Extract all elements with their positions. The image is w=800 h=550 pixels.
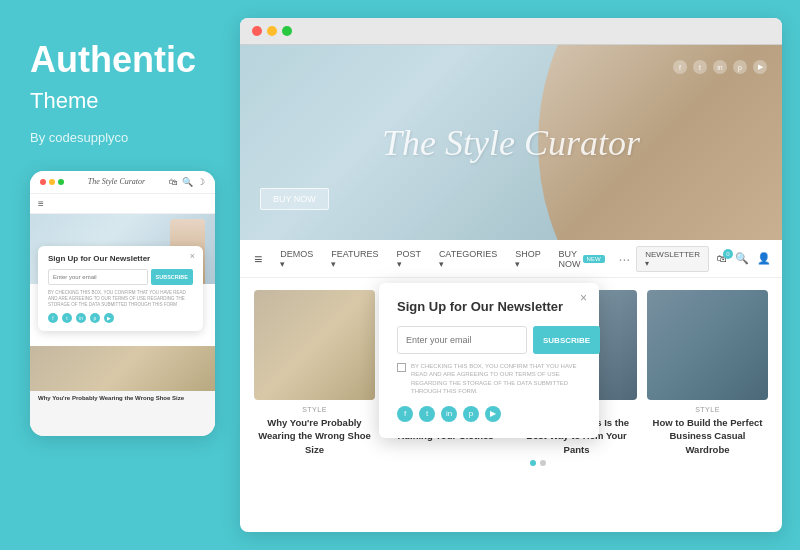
- nav-categories[interactable]: CATEGORIES ▾: [431, 240, 505, 277]
- article-card-4: STYLE How to Build the Perfect Business …: [647, 290, 768, 456]
- nav-post[interactable]: POST ▾: [389, 240, 429, 277]
- mobile-nav: ≡: [30, 194, 215, 214]
- desktop-newsletter-popup: × Sign Up for Our Newsletter SUBSCRIBE B…: [379, 283, 599, 438]
- nav-more-icon[interactable]: ···: [619, 251, 631, 267]
- mobile-popup-close-button[interactable]: ×: [190, 251, 195, 261]
- left-panel: Authentic Theme By codesupplyco The Styl…: [0, 0, 240, 550]
- mobile-subscribe-button[interactable]: SUBSCRIBE: [151, 269, 193, 285]
- hero-instagram-icon[interactable]: in: [713, 60, 727, 74]
- browser-dot-yellow: [267, 26, 277, 36]
- popup-legal-text: BY CHECKING THIS BOX, YOU CONFIRM THAT Y…: [411, 362, 581, 396]
- website-hero: The Style Curator BUY NOW f t in p ▶: [240, 45, 782, 240]
- mobile-email-row: SUBSCRIBE: [48, 269, 193, 285]
- brand-title: Authentic: [30, 40, 210, 80]
- popup-twitter-icon[interactable]: t: [419, 406, 435, 422]
- cart-badge: 0: [723, 249, 733, 259]
- popup-facebook-icon[interactable]: f: [397, 406, 413, 422]
- mobile-cart-icon: 🛍: [169, 177, 178, 187]
- popup-close-button[interactable]: ×: [580, 291, 587, 305]
- nav-demos[interactable]: DEMOS ▾: [272, 240, 321, 277]
- mobile-browser-dots: [40, 179, 64, 185]
- hero-twitter-icon[interactable]: t: [693, 60, 707, 74]
- mobile-article-title: Why You're Probably Wearing the Wrong Sh…: [30, 391, 215, 407]
- popup-email-row: SUBSCRIBE: [397, 326, 581, 354]
- browser-dot-green: [282, 26, 292, 36]
- mobile-header: The Style Curator 🛍 🔍 ☽: [30, 171, 215, 194]
- mobile-pinterest-icon[interactable]: p: [90, 313, 100, 323]
- popup-email-input[interactable]: [397, 326, 527, 354]
- nav-new-badge: NEW: [583, 255, 605, 263]
- mobile-legal-text: BY CHECKING THIS BOX, YOU CONFIRM THAT Y…: [48, 290, 193, 309]
- mobile-facebook-icon[interactable]: f: [48, 313, 58, 323]
- nav-newsletter-button[interactable]: NEWSLETTER ▾: [636, 246, 709, 272]
- hero-logo: The Style Curator: [382, 122, 640, 164]
- mobile-article-content: Why You're Probably Wearing the Wrong Sh…: [30, 346, 215, 436]
- popup-youtube-icon[interactable]: ▶: [485, 406, 501, 422]
- article-image-4: [647, 290, 768, 400]
- mobile-dot-green: [58, 179, 64, 185]
- popup-checkbox-row: BY CHECKING THIS BOX, YOU CONFIRM THAT Y…: [397, 362, 581, 396]
- browser-dots: [252, 26, 292, 36]
- hero-youtube-icon[interactable]: ▶: [753, 60, 767, 74]
- nav-features[interactable]: FEATURES ▾: [323, 240, 386, 277]
- mobile-header-icons: 🛍 🔍 ☽: [169, 177, 205, 187]
- mobile-dot-red: [40, 179, 46, 185]
- mobile-social-row: f t in p ▶: [48, 313, 193, 323]
- article-category-4: STYLE: [647, 406, 768, 413]
- mobile-newsletter-popup: × Sign Up for Our Newsletter SUBSCRIBE B…: [38, 246, 203, 332]
- mobile-logo: The Style Curator: [88, 177, 145, 186]
- mobile-twitter-icon[interactable]: t: [62, 313, 72, 323]
- popup-title: Sign Up for Our Newsletter: [397, 299, 581, 314]
- mobile-youtube-icon[interactable]: ▶: [104, 313, 114, 323]
- mobile-popup-title: Sign Up for Our Newsletter: [48, 254, 193, 263]
- brand-subtitle: Theme: [30, 88, 210, 114]
- mobile-dot-yellow: [49, 179, 55, 185]
- article-title-4[interactable]: How to Build the Perfect Business Casual…: [647, 416, 768, 456]
- hero-pinterest-icon[interactable]: p: [733, 60, 747, 74]
- mobile-instagram-icon[interactable]: in: [76, 313, 86, 323]
- pag-dot-1[interactable]: [530, 460, 536, 466]
- mobile-hamburger-icon[interactable]: ≡: [38, 198, 44, 209]
- mobile-search-icon: 🔍: [182, 177, 193, 187]
- nav-hamburger-icon[interactable]: ≡: [254, 251, 262, 267]
- article-card-1: STYLE Why You're Probably Wearing the Wr…: [254, 290, 375, 456]
- hero-buy-now-button[interactable]: BUY NOW: [260, 188, 329, 210]
- mobile-email-input[interactable]: [48, 269, 148, 285]
- website-nav: ≡ DEMOS ▾ FEATURES ▾ POST ▾ CATEGORIES ▾…: [240, 240, 782, 278]
- browser-dot-red: [252, 26, 262, 36]
- popup-instagram-icon[interactable]: in: [441, 406, 457, 422]
- nav-search-icon[interactable]: 🔍: [735, 252, 749, 265]
- browser-chrome: [240, 18, 782, 45]
- article-category-1: STYLE: [254, 406, 375, 413]
- article-title-1[interactable]: Why You're Probably Wearing the Wrong Sh…: [254, 416, 375, 456]
- hero-social-icons: f t in p ▶: [673, 60, 767, 74]
- mobile-article-image: [30, 346, 215, 391]
- popup-pinterest-icon[interactable]: p: [463, 406, 479, 422]
- popup-social-row: f t in p ▶: [397, 406, 581, 422]
- nav-user-icon[interactable]: 👤: [757, 252, 771, 265]
- nav-right: NEWSLETTER ▾ 🛍 0 🔍 👤: [636, 246, 771, 272]
- article-image-1: [254, 290, 375, 400]
- pag-dot-2[interactable]: [540, 460, 546, 466]
- nav-shop[interactable]: SHOP ▾: [507, 240, 548, 277]
- mobile-moon-icon: ☽: [197, 177, 205, 187]
- brand-by: By codesupplyco: [30, 130, 210, 145]
- nav-cart-icon[interactable]: 🛍 0: [717, 253, 727, 264]
- pagination-dots: [530, 460, 546, 466]
- hero-facebook-icon[interactable]: f: [673, 60, 687, 74]
- popup-subscribe-button[interactable]: SUBSCRIBE: [533, 326, 600, 354]
- desktop-browser: The Style Curator BUY NOW f t in p ▶ ≡ D…: [240, 18, 782, 532]
- mobile-mockup: The Style Curator 🛍 🔍 ☽ ≡ × Sign Up for …: [30, 171, 215, 436]
- website-content: STYLE Why You're Probably Wearing the Wr…: [240, 278, 782, 468]
- popup-checkbox[interactable]: [397, 363, 406, 372]
- nav-buy-now[interactable]: BUY NOW NEW: [551, 240, 613, 277]
